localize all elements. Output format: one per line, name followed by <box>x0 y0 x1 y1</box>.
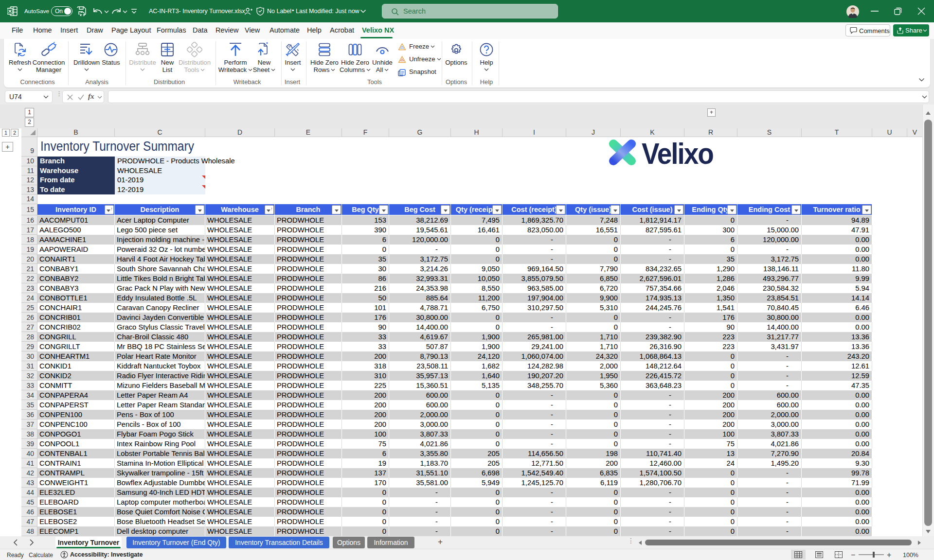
svg-text:Velixo: Velixo <box>642 139 713 168</box>
